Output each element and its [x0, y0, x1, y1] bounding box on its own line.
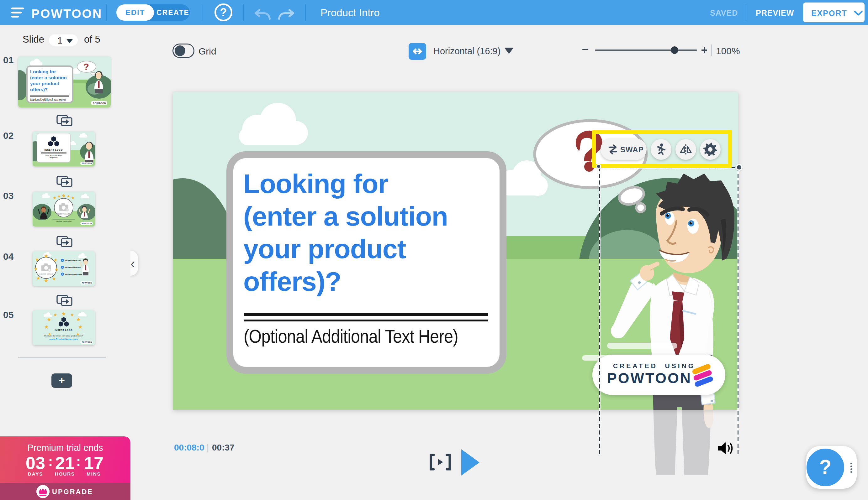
svg-text:1: 1: [62, 259, 63, 262]
svg-text:POWTOON: POWTOON: [82, 223, 92, 224]
svg-text:Insert a hook line about: Insert a hook line about: [45, 155, 62, 156]
svg-text:POWTOON: POWTOON: [82, 162, 92, 164]
svg-text:offers)?: offers)?: [30, 87, 48, 92]
svg-text:3: 3: [62, 273, 63, 275]
svg-text:2: 2: [62, 266, 63, 269]
svg-text:the product: the product: [49, 157, 58, 159]
svg-text:?: ?: [84, 62, 89, 72]
svg-text:INSERT IMAGE: INSERT IMAGE: [39, 273, 53, 275]
svg-text:INSERT IMAGE: INSERT IMAGE: [57, 213, 70, 215]
svg-text:POWTOON: POWTOON: [82, 341, 92, 343]
svg-text:Introduce your product: Introduce your product: [56, 220, 72, 222]
svg-text:www.ProductName.com: www.ProductName.com: [49, 338, 78, 341]
svg-text:Point number one: Point number one: [65, 260, 81, 262]
svg-text:(enter a solution: (enter a solution: [30, 75, 67, 80]
svg-text:INSERT LOGO: INSERT LOGO: [45, 148, 63, 151]
svg-text:POWTOON: POWTOON: [82, 282, 92, 284]
svg-text:INSERT LOGO: INSERT LOGO: [55, 329, 73, 331]
svg-text:your product: your product: [30, 81, 59, 86]
svg-text:Would you like to learn more a: Would you like to learn more about (prod…: [44, 335, 83, 337]
svg-text:Point number two: Point number two: [65, 266, 81, 269]
svg-text:Point number three: Point number three: [65, 273, 82, 275]
svg-text:Looking for: Looking for: [30, 69, 56, 74]
svg-text:(Optional Additional Text Here: (Optional Additional Text Here): [30, 98, 66, 101]
svg-text:POWTOON: POWTOON: [93, 102, 106, 105]
